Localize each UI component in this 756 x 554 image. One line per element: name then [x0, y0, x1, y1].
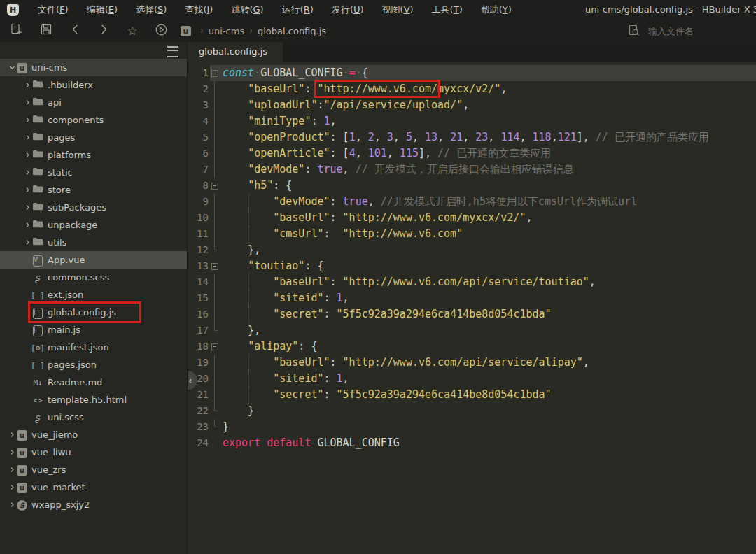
- menu-item-f[interactable]: 文件(F): [29, 0, 78, 20]
- run-button[interactable]: [153, 23, 169, 38]
- tree-item-unpackage[interactable]: unpackage: [0, 216, 187, 234]
- code-line-15[interactable]: 15 "siteid": 1,: [188, 290, 756, 306]
- menu-item-i[interactable]: 查找(I): [176, 0, 222, 20]
- tree-item-manifest.json[interactable]: [⚙]manifest.json: [0, 339, 187, 356]
- code-line-19[interactable]: 19 "baseUrl": "http://www.v6.com/api/ser…: [188, 355, 756, 371]
- code-line-17[interactable]: 17 },: [188, 322, 756, 339]
- code-line-22[interactable]: 22 }: [188, 403, 756, 419]
- tree-item-vue_liwu[interactable]: uvue_liwu: [0, 443, 187, 461]
- forward-button[interactable]: [95, 23, 112, 38]
- tree-item-global.config.js[interactable]: Jglobal.config.js: [0, 304, 187, 321]
- code-line-20[interactable]: 20 "siteid": 1,: [188, 371, 756, 387]
- menu-item-t[interactable]: 工具(T): [423, 0, 472, 20]
- code-line-21[interactable]: 21 "secret": "5f5c92a39a294e6ca414be8d05…: [188, 387, 756, 403]
- code-line-12[interactable]: 12 },: [188, 242, 756, 258]
- code-text[interactable]: "openProduct": [1, 2, 3, 5, 13, 21, 23, …: [223, 129, 709, 145]
- tree-item-pages.json[interactable]: [ ]pages.json: [0, 356, 187, 374]
- tree-item-main.js[interactable]: Jmain.js: [0, 321, 187, 339]
- code-text[interactable]: }: [223, 403, 254, 419]
- breadcrumb-project[interactable]: uni-cms: [209, 26, 244, 36]
- code-text[interactable]: "openArticle": [4, 101, 115], // 已开通的文章类…: [223, 145, 551, 162]
- tree-item-pages[interactable]: pages: [0, 129, 187, 146]
- code-line-24[interactable]: 24export default GLOBAL_CONFIG: [188, 435, 756, 451]
- code-text[interactable]: "devMode": true, // 开发模式，开启后接口会输出相应错误信息: [223, 162, 574, 178]
- star-button[interactable]: ☆: [124, 23, 141, 38]
- menu-item-e[interactable]: 编辑(E): [78, 0, 127, 20]
- code-text[interactable]: "secret": "5f5c92a39a294e6ca414be8d054c1…: [223, 387, 552, 403]
- code-line-4[interactable]: 4 "miniType": 1,: [188, 113, 756, 129]
- code-line-8[interactable]: 8 "h5": {: [188, 178, 756, 194]
- code-text[interactable]: "baseUrl": "http://www.v6.com/api/servic…: [223, 274, 596, 290]
- code-text[interactable]: },: [223, 242, 260, 258]
- code-line-7[interactable]: 7 "devMode": true, // 开发模式，开启后接口会输出相应错误信…: [188, 162, 756, 178]
- fold-toggle-icon[interactable]: [209, 65, 223, 81]
- tree-item-utils[interactable]: utils: [0, 234, 187, 251]
- fold-toggle-icon[interactable]: [209, 339, 223, 355]
- tree-item-components[interactable]: components: [0, 111, 187, 129]
- menu-item-r[interactable]: 运行(R): [273, 0, 323, 20]
- code-text[interactable]: "toutiao": {: [223, 258, 324, 274]
- code-line-2[interactable]: 2 "baseUrl": "http://www.v6.com/myxcx/v2…: [188, 81, 756, 97]
- tree-item-vue_market[interactable]: uvue_market: [0, 478, 187, 496]
- code-text[interactable]: "baseUrl": "http://www.v6.com/myxcx/v2/"…: [223, 81, 507, 97]
- new-file-button[interactable]: [8, 23, 25, 38]
- code-text[interactable]: "siteid": 1,: [223, 371, 349, 387]
- code-line-9[interactable]: 9 "devMode": true, //开发模式开启时,h5将使用以下cmsU…: [188, 194, 756, 210]
- tree-item-wxapp_sxjy2[interactable]: Swxapp_sxjy2: [0, 496, 187, 513]
- tab-global-config-js[interactable]: global.config.js: [188, 42, 283, 62]
- menu-item-s[interactable]: 选择(S): [127, 0, 176, 20]
- breadcrumb-file[interactable]: global.config.js: [258, 26, 326, 36]
- tree-item-ext.json[interactable]: [ ]ext.json: [0, 286, 187, 304]
- code-line-18[interactable]: 18 "alipay": {: [188, 339, 756, 355]
- tree-item-store[interactable]: store: [0, 181, 187, 199]
- menu-item-u[interactable]: 发行(U): [323, 0, 373, 20]
- menu-item-y[interactable]: 帮助(Y): [472, 0, 521, 20]
- code-text[interactable]: "secret": "5f5c92a39a294e6ca414be8d054c1…: [223, 306, 552, 322]
- fold-toggle-icon[interactable]: [209, 258, 223, 274]
- code-line-11[interactable]: 11 "cmsUrl": "http://www.v6.com": [188, 226, 756, 242]
- tree-item-subPackages[interactable]: subPackages: [0, 199, 187, 216]
- tree-item-Readme.md[interactable]: M↓Readme.md: [0, 374, 187, 391]
- tree-item-vue_zrs[interactable]: uvue_zrs: [0, 461, 187, 478]
- code-text[interactable]: "miniType": 1,: [223, 113, 337, 129]
- code-line-13[interactable]: 13 "toutiao": {: [188, 258, 756, 274]
- tree-item-api[interactable]: api: [0, 94, 187, 111]
- code-line-10[interactable]: 10 "baseUrl": "http://www.v6.com/myxcx/v…: [188, 210, 756, 226]
- save-button[interactable]: [38, 23, 55, 38]
- tree-item-vue_jiemo[interactable]: uvue_jiemo: [0, 426, 187, 443]
- tree-item-uni.scss[interactable]: ʂuni.scss: [0, 409, 187, 426]
- code-text[interactable]: "devMode": true, //开发模式开启时,h5将使用以下cmsUrl…: [223, 194, 637, 210]
- code-text[interactable]: "uploadUrl":"/api/service/upload/",: [223, 97, 469, 113]
- code-text[interactable]: },: [223, 322, 260, 339]
- code-text[interactable]: "baseUrl": "http://www.v6.com/api/servic…: [223, 355, 589, 371]
- code-text[interactable]: "siteid": 1,: [223, 290, 349, 306]
- tree-item-common.scss[interactable]: ʂcommon.scss: [0, 269, 187, 286]
- code-line-14[interactable]: 14 "baseUrl": "http://www.v6.com/api/ser…: [188, 274, 756, 290]
- tree-item-uni-cms[interactable]: uuni-cms: [0, 59, 187, 76]
- back-button[interactable]: [67, 23, 84, 38]
- code-line-3[interactable]: 3 "uploadUrl":"/api/service/upload/",: [188, 97, 756, 113]
- code-line-23[interactable]: 23}: [188, 419, 756, 435]
- tree-item-template.h5.html[interactable]: <>template.h5.html: [0, 391, 187, 409]
- fold-toggle-icon[interactable]: [209, 178, 223, 194]
- code-line-5[interactable]: 5 "openProduct": [1, 2, 3, 5, 13, 21, 23…: [188, 129, 756, 145]
- tree-item-platforms[interactable]: platforms: [0, 146, 187, 164]
- code-text[interactable]: "alipay": {: [223, 339, 317, 355]
- code-text[interactable]: export default GLOBAL_CONFIG: [223, 435, 400, 451]
- tree-item-static[interactable]: static: [0, 164, 187, 181]
- code-text[interactable]: const·GLOBAL_CONFIG·=·{: [223, 65, 368, 81]
- code-text[interactable]: "h5": {: [223, 178, 292, 194]
- code-line-16[interactable]: 16 "secret": "5f5c92a39a294e6ca414be8d05…: [188, 306, 756, 322]
- hamburger-menu-icon[interactable]: [167, 46, 178, 57]
- code-line-6[interactable]: 6 "openArticle": [4, 101, 115], // 已开通的文…: [188, 145, 756, 162]
- search-input[interactable]: [647, 25, 741, 37]
- code-editor[interactable]: 1const·GLOBAL_CONFIG·=·{2 "baseUrl": "ht…: [188, 62, 756, 554]
- menu-item-g[interactable]: 跳转(G): [222, 0, 272, 20]
- code-line-1[interactable]: 1const·GLOBAL_CONFIG·=·{: [188, 65, 756, 81]
- tree-item-.hbuilderx[interactable]: .hbuilderx: [0, 76, 187, 94]
- code-text[interactable]: }: [223, 419, 229, 435]
- code-text[interactable]: "baseUrl": "http://www.v6.com/myxcx/v2/"…: [223, 210, 533, 226]
- menu-item-v[interactable]: 视图(V): [373, 0, 423, 20]
- tree-item-App.vue[interactable]: VApp.vue: [0, 251, 187, 269]
- code-text[interactable]: "cmsUrl": "http://www.v6.com": [223, 226, 463, 242]
